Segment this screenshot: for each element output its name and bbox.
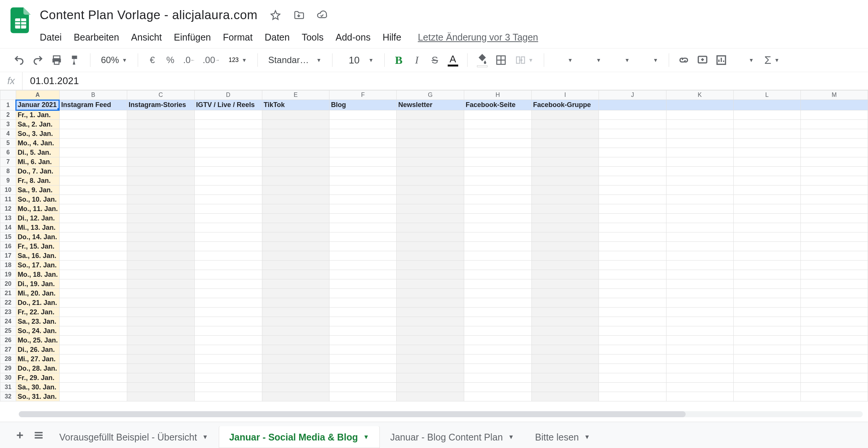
cell-G24[interactable] <box>397 317 464 326</box>
row-header[interactable]: 1 <box>0 100 16 110</box>
formula-input[interactable] <box>23 72 868 90</box>
cell-H8[interactable] <box>464 167 531 176</box>
cell-M23[interactable] <box>800 308 868 317</box>
cell-I25[interactable] <box>531 326 599 336</box>
cell-D14[interactable] <box>194 223 262 232</box>
cell-A27[interactable]: Di., 26. Jan. <box>16 345 59 354</box>
col-header-L[interactable]: L <box>733 91 800 100</box>
cell-B1[interactable]: Instagram Feed <box>59 100 127 110</box>
cell-K4[interactable] <box>666 129 733 139</box>
row-header[interactable]: 20 <box>0 279 16 289</box>
cell-B11[interactable] <box>59 195 127 204</box>
cell-M1[interactable] <box>800 100 868 110</box>
cell-F24[interactable] <box>329 317 396 326</box>
cell-C18[interactable] <box>127 261 194 270</box>
cell-C10[interactable] <box>127 186 194 195</box>
cell-K11[interactable] <box>666 195 733 204</box>
cell-G29[interactable] <box>397 364 464 373</box>
row-header[interactable]: 11 <box>0 195 16 204</box>
cell-G16[interactable] <box>397 242 464 251</box>
cell-G31[interactable] <box>397 383 464 392</box>
cell-A1[interactable]: Januar 2021 <box>16 100 59 110</box>
cell-M4[interactable] <box>800 129 868 139</box>
row-header[interactable]: 10 <box>0 186 16 195</box>
cell-G28[interactable] <box>397 354 464 364</box>
cell-C32[interactable] <box>127 392 194 401</box>
cell-H15[interactable] <box>464 232 531 242</box>
paint-format-icon[interactable] <box>68 52 83 68</box>
cell-D5[interactable] <box>194 139 262 148</box>
cell-J17[interactable] <box>599 251 666 261</box>
cell-L12[interactable] <box>733 204 800 214</box>
cell-C15[interactable] <box>127 232 194 242</box>
cell-E32[interactable] <box>262 392 329 401</box>
cell-I16[interactable] <box>531 242 599 251</box>
cell-M13[interactable] <box>800 214 868 223</box>
cell-B24[interactable] <box>59 317 127 326</box>
cell-C24[interactable] <box>127 317 194 326</box>
cell-G26[interactable] <box>397 336 464 345</box>
cell-I30[interactable] <box>531 373 599 383</box>
number-format-dropdown[interactable]: 123▼ <box>225 57 251 63</box>
cell-F5[interactable] <box>329 139 396 148</box>
spreadsheet-grid[interactable]: ABCDEFGHIJKLM1Januar 2021Instagram FeedI… <box>0 90 868 401</box>
cell-J29[interactable] <box>599 364 666 373</box>
row-header[interactable]: 9 <box>0 176 16 186</box>
cell-G27[interactable] <box>397 345 464 354</box>
cell-E23[interactable] <box>262 308 329 317</box>
row-header[interactable]: 22 <box>0 298 16 308</box>
cell-B5[interactable] <box>59 139 127 148</box>
cell-M14[interactable] <box>800 223 868 232</box>
cell-D4[interactable] <box>194 129 262 139</box>
cell-I32[interactable] <box>531 392 599 401</box>
cell-G32[interactable] <box>397 392 464 401</box>
cell-E5[interactable] <box>262 139 329 148</box>
cell-A11[interactable]: So., 10. Jan. <box>16 195 59 204</box>
col-header-A[interactable]: A <box>16 91 59 100</box>
cell-D29[interactable] <box>194 364 262 373</box>
font-size-dropdown[interactable]: 10▼ <box>339 54 378 66</box>
cell-L8[interactable] <box>733 167 800 176</box>
cell-K3[interactable] <box>666 120 733 129</box>
cell-C12[interactable] <box>127 204 194 214</box>
row-header[interactable]: 32 <box>0 392 16 401</box>
cell-A17[interactable]: Sa., 16. Jan. <box>16 251 59 261</box>
cell-I13[interactable] <box>531 214 599 223</box>
cell-K25[interactable] <box>666 326 733 336</box>
cell-I18[interactable] <box>531 261 599 270</box>
cell-F9[interactable] <box>329 176 396 186</box>
cell-M6[interactable] <box>800 148 868 157</box>
cell-M2[interactable] <box>800 110 868 120</box>
cell-F15[interactable] <box>329 232 396 242</box>
cell-I8[interactable] <box>531 167 599 176</box>
cell-A20[interactable]: Di., 19. Jan. <box>16 279 59 289</box>
cell-A23[interactable]: Fr., 22. Jan. <box>16 308 59 317</box>
cell-L18[interactable] <box>733 261 800 270</box>
cell-D17[interactable] <box>194 251 262 261</box>
cell-D32[interactable] <box>194 392 262 401</box>
cell-A3[interactable]: Sa., 2. Jan. <box>16 120 59 129</box>
cell-K13[interactable] <box>666 214 733 223</box>
cell-D9[interactable] <box>194 176 262 186</box>
cell-A18[interactable]: So., 17. Jan. <box>16 261 59 270</box>
cell-L7[interactable] <box>733 157 800 167</box>
cell-D6[interactable] <box>194 148 262 157</box>
cell-E12[interactable] <box>262 204 329 214</box>
cell-L20[interactable] <box>733 279 800 289</box>
sheet-tab[interactable]: Januar - Social Media & Blog▼ <box>219 426 380 448</box>
cell-D18[interactable] <box>194 261 262 270</box>
cell-I9[interactable] <box>531 176 599 186</box>
cell-F18[interactable] <box>329 261 396 270</box>
cell-E27[interactable] <box>262 345 329 354</box>
cell-L15[interactable] <box>733 232 800 242</box>
row-header[interactable]: 18 <box>0 261 16 270</box>
cell-H14[interactable] <box>464 223 531 232</box>
cell-D31[interactable] <box>194 383 262 392</box>
cell-G14[interactable] <box>397 223 464 232</box>
cell-C25[interactable] <box>127 326 194 336</box>
cell-H2[interactable] <box>464 110 531 120</box>
cell-K21[interactable] <box>666 289 733 298</box>
cell-H20[interactable] <box>464 279 531 289</box>
cell-A9[interactable]: Fr., 8. Jan. <box>16 176 59 186</box>
cell-B32[interactable] <box>59 392 127 401</box>
